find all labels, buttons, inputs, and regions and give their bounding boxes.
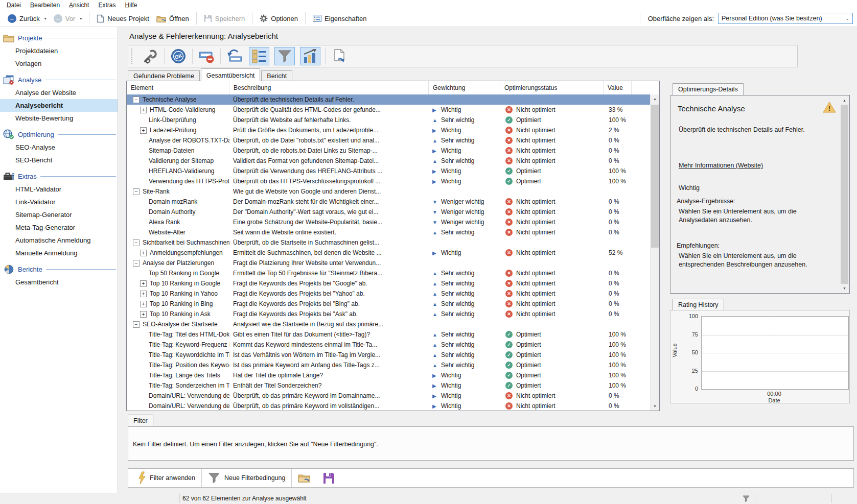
- sidebar-item-meta-tag-generator[interactable]: Meta-Tag-Generator: [0, 221, 118, 234]
- menu-item-extras[interactable]: Extras: [94, 1, 120, 10]
- scroll-down-icon[interactable]: ▼: [651, 402, 659, 411]
- scroll-up-icon[interactable]: ▲: [840, 96, 849, 105]
- export-report-button[interactable]: [328, 46, 351, 66]
- menu-item-datei[interactable]: Datei: [2, 1, 26, 10]
- table-row[interactable]: +Top 10 Ranking in AskFragt die Keywords…: [127, 309, 659, 319]
- new-filter-condition-button[interactable]: Neue Filterbedingung: [202, 469, 292, 487]
- table-row[interactable]: Verwendung des HTTPS-ProtokollsÜberprüft…: [127, 176, 659, 186]
- tab-gefundene-probleme[interactable]: Gefundene Probleme: [128, 70, 200, 81]
- table-row[interactable]: −Analyse der PlatzierungenFragt die Plat…: [127, 258, 659, 268]
- table-row[interactable]: Analyse der ROBOTS.TXT-DateiÜberprüft, o…: [127, 135, 659, 146]
- table-row[interactable]: +Top 10 Ranking in BingFragt die Keyword…: [127, 299, 659, 309]
- ui-mode-select[interactable]: Personal Edition (was Sie besitzen) ⌄: [718, 13, 853, 24]
- table-row[interactable]: Domain/URL: Verwendung des Keyword...Übe…: [127, 401, 659, 411]
- table-row[interactable]: Domain AuthorityDer "Domain Authority"-W…: [127, 207, 659, 217]
- sidebar-item-gesamtbericht[interactable]: Gesamtbericht: [0, 276, 118, 289]
- table-row[interactable]: −Technische AnalyseÜberprüft die technis…: [127, 94, 659, 105]
- sidebar-item-html-validator[interactable]: HTML-Validator: [0, 183, 118, 196]
- apply-filter-button[interactable]: Filter anwenden: [131, 469, 201, 487]
- sidebar-item-manuelle-anmeldung[interactable]: Manuelle Anmeldung: [0, 247, 118, 259]
- sidebar-item-projektdateien[interactable]: Projektdateien: [0, 44, 118, 57]
- expand-toggle-icon[interactable]: +: [140, 301, 147, 307]
- collapse-toggle-icon[interactable]: −: [133, 188, 140, 195]
- options-button[interactable]: Optionen: [256, 13, 302, 24]
- table-row[interactable]: Title-Tag: Sonderzeichen im TitelEnthält…: [127, 380, 659, 391]
- table-row[interactable]: −Site-RankWie gut die Website von Google…: [127, 186, 659, 197]
- table-row[interactable]: Domain/URL: Verwendung des Keyword...Übe…: [127, 391, 659, 401]
- table-scrollbar[interactable]: ▲ ▼: [650, 94, 659, 411]
- sidebar-item-seo-bericht[interactable]: SEO-Bericht: [0, 154, 118, 166]
- table-row[interactable]: +Top 10 Ranking in GoogleFragt die Keywo…: [127, 278, 659, 289]
- table-row[interactable]: Title-Tag: Keyword-Frequenz im TitelKomm…: [127, 340, 659, 350]
- table-row[interactable]: Website-AlterSeit wann die Website onlin…: [127, 227, 659, 237]
- table-row[interactable]: −Sichtbarkeit bei SuchmaschinenÜberprüft…: [127, 237, 659, 248]
- table-row[interactable]: HREFLANG-ValidierungÜberprüft die Verwen…: [127, 166, 659, 176]
- column-header-element[interactable]: Element: [127, 81, 229, 94]
- list-view-toggle-button[interactable]: [249, 47, 269, 65]
- save-button[interactable]: Speichern: [200, 13, 249, 24]
- remove-element-button[interactable]: [195, 46, 218, 66]
- column-header-gewichtung[interactable]: Gewichtung: [429, 81, 500, 94]
- details-scrollbar[interactable]: ▲ ▼: [840, 96, 849, 293]
- filter-toggle-button[interactable]: [274, 47, 295, 65]
- expand-toggle-icon[interactable]: +: [140, 250, 147, 256]
- restore-element-button[interactable]: [223, 46, 246, 66]
- expand-toggle-icon[interactable]: +: [140, 280, 147, 287]
- tab-optimierungs-details[interactable]: Optimierungs-Details: [673, 83, 744, 95]
- new-project-button[interactable]: Neues Projekt: [93, 13, 153, 25]
- table-row[interactable]: +AnmeldungsempfehlungenErmittelt die Suc…: [127, 248, 659, 258]
- expand-toggle-icon[interactable]: +: [140, 107, 147, 113]
- tab-rating-history[interactable]: Rating History: [673, 299, 724, 310]
- sidebar-item-sitemap-generator[interactable]: Sitemap-Generator: [0, 208, 118, 221]
- table-row[interactable]: Domain mozRankDer Domain-mozRank steht f…: [127, 197, 659, 207]
- analysis-settings-button[interactable]: [138, 46, 162, 66]
- collapse-toggle-icon[interactable]: −: [133, 321, 140, 328]
- tab-filter[interactable]: Filter: [128, 415, 153, 426]
- chart-toggle-button[interactable]: [300, 47, 320, 65]
- menu-item-ansicht[interactable]: Ansicht: [64, 1, 94, 10]
- table-row[interactable]: Title-Tag: Titel des HTML-DokumentsGibt …: [127, 329, 659, 340]
- table-row[interactable]: +Ladezeit-PrüfungPrüft die Größe des Dok…: [127, 125, 659, 135]
- table-row[interactable]: Top 50 Ranking in GoogleErmittelt die To…: [127, 268, 659, 278]
- column-header-value[interactable]: Value: [604, 81, 632, 94]
- scroll-down-icon[interactable]: ▼: [840, 284, 849, 293]
- properties-button[interactable]: Eigenschaften: [309, 13, 370, 24]
- table-row[interactable]: Sitemap-DateienÜberprüft, ob die robots.…: [127, 146, 659, 156]
- table-row[interactable]: Alexa RankEine grobe Schätzung der Websi…: [127, 217, 659, 227]
- scroll-up-icon[interactable]: ▲: [651, 94, 659, 103]
- collapse-toggle-icon[interactable]: −: [133, 239, 140, 246]
- collapse-toggle-icon[interactable]: −: [133, 260, 140, 267]
- table-row[interactable]: Title-Tag: Keyworddichte im TitelIst das…: [127, 350, 659, 360]
- load-filter-button[interactable]: [292, 469, 317, 487]
- menu-item-hilfe[interactable]: Hilfe: [121, 1, 142, 10]
- sidebar-item-analysebericht[interactable]: Analysebericht: [0, 99, 118, 112]
- open-button[interactable]: Öffnen: [153, 13, 193, 24]
- sidebar-item-link-validator[interactable]: Link-Validator: [0, 196, 118, 208]
- scrollbar-thumb[interactable]: [651, 105, 659, 248]
- column-header-beschreibung[interactable]: Beschreibung: [229, 81, 429, 94]
- scrollbar-thumb[interactable]: [841, 105, 848, 284]
- sidebar-item-website-bewertung[interactable]: Website-Bewertung: [0, 112, 118, 125]
- sidebar-item-seo-analyse[interactable]: SEO-Analyse: [0, 141, 118, 154]
- expand-toggle-icon[interactable]: +: [140, 127, 147, 134]
- menu-item-bearbeiten[interactable]: Bearbeiten: [26, 1, 64, 10]
- sidebar-item-analyse-der-website[interactable]: Analyse der Website: [0, 86, 118, 99]
- toolbar-grip[interactable]: [131, 49, 134, 64]
- expand-toggle-icon[interactable]: +: [140, 311, 147, 318]
- expand-toggle-icon[interactable]: +: [140, 291, 147, 297]
- table-row[interactable]: Link-ÜberprüfungÜberprüft die Website au…: [127, 115, 659, 125]
- set-ok-button[interactable]: OK: [167, 46, 190, 66]
- sidebar-item-vorlagen[interactable]: Vorlagen: [0, 57, 118, 70]
- more-information-link[interactable]: Mehr Informationen (Website): [679, 162, 763, 169]
- table-row[interactable]: +HTML-Code-ValidierungÜberprüft die Qual…: [127, 105, 659, 115]
- collapse-toggle-icon[interactable]: −: [133, 97, 140, 103]
- table-row[interactable]: Validierung der SitemapValidiert das For…: [127, 156, 659, 166]
- tab-bericht[interactable]: Bericht: [261, 70, 292, 81]
- tab-gesamtübersicht[interactable]: Gesamtübersicht: [201, 68, 260, 81]
- sidebar-item-automatische-anmeldung[interactable]: Automatische Anmeldung: [0, 234, 118, 247]
- table-row[interactable]: −SEO-Analyse der StartseiteAnalysiert wi…: [127, 319, 659, 329]
- column-header-optimierungsstatus[interactable]: Optimierungsstatus: [500, 81, 604, 94]
- table-row[interactable]: Title-Tag: Position des Keywords im Tite…: [127, 360, 659, 370]
- back-button[interactable]: ← Zurück ▾: [4, 13, 50, 25]
- forward-button[interactable]: → Vor ▾: [50, 13, 86, 25]
